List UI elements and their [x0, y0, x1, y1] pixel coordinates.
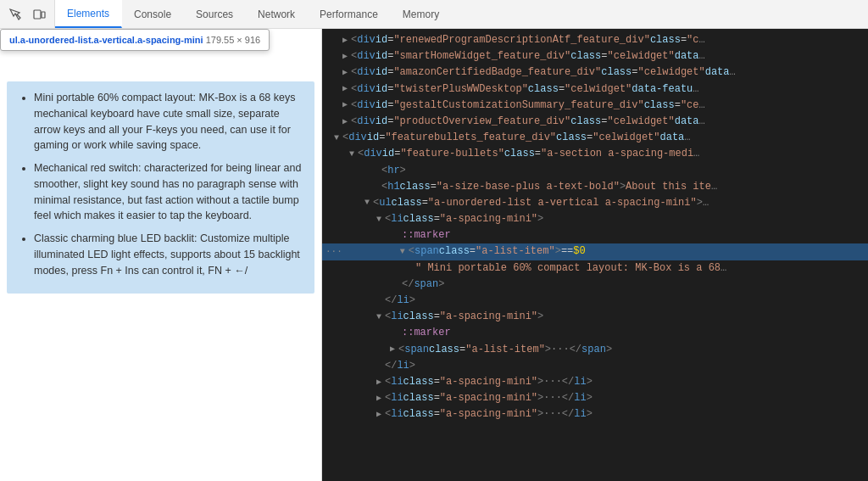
dom-line[interactable]: <div id="featurebullets_feature_div" cla… [322, 130, 868, 146]
tab-memory[interactable]: Memory [391, 0, 452, 28]
tab-console[interactable]: Console [122, 0, 184, 28]
toggle-arrow[interactable] [339, 115, 351, 129]
highlighted-element: Mini portable 60% compact layout: MK-Box… [7, 81, 314, 294]
toggle-arrow[interactable] [339, 82, 351, 96]
toggle-arrow[interactable] [397, 245, 409, 259]
devtools-toolbar: Elements Console Sources Network Perform… [0, 0, 868, 29]
dom-line[interactable]: <div id="productOverview_feature_div" cl… [322, 114, 868, 130]
bullet-list: Mini portable 60% compact layout: MK-Box… [19, 90, 303, 278]
device-toolbar-icon[interactable] [29, 4, 49, 25]
dom-line[interactable]: <div id="gestaltCustomizationSummary_fea… [322, 98, 868, 114]
dom-line[interactable]: <li class="a-spacing-mini"> ··· </li> [322, 374, 868, 390]
toggle-arrow[interactable] [346, 148, 358, 161]
dom-line[interactable]: ::marker [322, 325, 868, 341]
dom-line-selected[interactable]: ··· <span class="a-list-item"> == $0 [322, 243, 868, 260]
inspect-icon[interactable] [5, 4, 25, 25]
toggle-arrow[interactable] [373, 408, 385, 422]
tooltip-dimensions: 179.55 × 916 [206, 35, 261, 45]
toggle-arrow[interactable] [387, 343, 398, 356]
list-item: Classic charming blue LED backlit: Custo… [34, 231, 303, 278]
dom-line[interactable]: </li> [322, 358, 868, 374]
dom-line[interactable]: <li class="a-spacing-mini"> ··· </li> [322, 390, 868, 406]
left-panel: ul.a-unordered-list.a-vertical.a-spacing… [0, 29, 322, 481]
svg-rect-1 [42, 12, 45, 18]
toggle-arrow[interactable] [373, 392, 385, 405]
toggle-arrow[interactable] [373, 310, 385, 324]
toggle-arrow[interactable] [361, 196, 373, 210]
right-panel: <div id="renewedProgramDescriptionAtf_fe… [322, 29, 868, 481]
dom-line[interactable]: <div id="feature-bullets" class="a-secti… [322, 146, 868, 162]
dom-line[interactable]: <div id="renewedProgramDescriptionAtf_fe… [322, 32, 868, 48]
svg-rect-0 [34, 10, 41, 19]
dom-line[interactable]: <ul class="a-unordered-list a-vertical a… [322, 195, 868, 211]
tooltip-selector: ul.a-unordered-list.a-vertical.a-spacing… [9, 35, 203, 45]
list-item: Mini portable 60% compact layout: MK-Box… [34, 90, 303, 154]
toggle-arrow[interactable] [339, 50, 351, 64]
dom-line[interactable]: <div id="amazonCertifiedBadge_feature_di… [322, 64, 868, 81]
dom-line[interactable]: " Mini portable 60% compact layout: MK-B… [322, 260, 868, 277]
toggle-arrow[interactable] [331, 131, 342, 145]
toggle-arrow[interactable] [339, 98, 351, 112]
three-dots-button[interactable]: ··· [322, 244, 346, 260]
dom-line[interactable]: ::marker [322, 227, 868, 243]
tab-network[interactable]: Network [246, 0, 308, 28]
element-tooltip: ul.a-unordered-list.a-vertical.a-spacing… [0, 29, 270, 51]
main-content: ul.a-unordered-list.a-vertical.a-spacing… [0, 29, 868, 481]
tab-sources[interactable]: Sources [184, 0, 246, 28]
list-item: Mechanical red switch: characterized for… [34, 160, 303, 224]
dom-line[interactable]: </span> [322, 277, 868, 293]
dom-line[interactable]: <span class="a-list-item"> ··· </span> [322, 342, 868, 358]
tab-bar: Elements Console Sources Network Perform… [55, 0, 868, 28]
toggle-arrow[interactable] [373, 213, 385, 227]
dom-line[interactable]: <h1 class="a-size-base-plus a-text-bold"… [322, 179, 868, 195]
dom-tree: <div id="renewedProgramDescriptionAtf_fe… [322, 29, 868, 427]
dom-line[interactable]: <li class="a-spacing-mini"> ··· </li> [322, 406, 868, 422]
toggle-arrow[interactable] [373, 376, 385, 389]
dom-line[interactable]: </li> [322, 293, 868, 309]
dom-line[interactable]: <li class="a-spacing-mini"> [322, 211, 868, 227]
dom-line[interactable]: <div id="smartHomeWidget_feature_div" cl… [322, 48, 868, 64]
toggle-arrow[interactable] [339, 66, 351, 80]
toolbar-icon-group [0, 0, 55, 28]
tab-performance[interactable]: Performance [308, 0, 391, 28]
dom-line[interactable]: <hr> [322, 163, 868, 179]
dom-line[interactable]: <div id="twisterPlusWWDesktop" class="ce… [322, 81, 868, 98]
toggle-arrow[interactable] [339, 34, 351, 48]
dom-line[interactable]: <li class="a-spacing-mini"> [322, 309, 868, 325]
tab-elements[interactable]: Elements [55, 0, 122, 28]
